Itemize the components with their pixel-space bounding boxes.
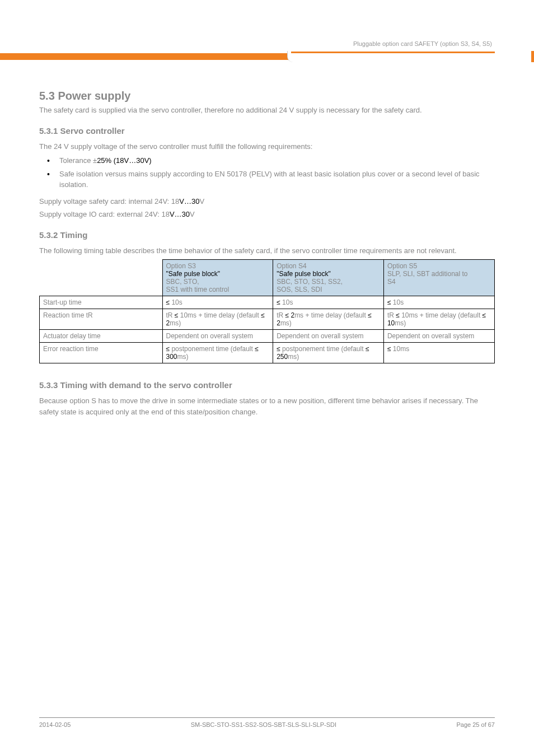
- row-label: Start-up time: [40, 296, 163, 309]
- subsection-532-text: The following timing table describes the…: [39, 245, 495, 256]
- table-header-s4: Option S4 "Safe pulse block" SBC, STO, S…: [273, 260, 384, 296]
- table-row: Reaction time tR tR ≤ 10ms + time delay …: [40, 309, 495, 330]
- table-header-empty: [40, 260, 163, 296]
- cell: ≤ 10s: [162, 296, 273, 309]
- cell: Dependent on overall system: [162, 330, 273, 343]
- th-label: Option S3: [166, 262, 196, 270]
- note-line-2: Supply voltage IO card: external 24V: 18…: [39, 209, 495, 220]
- th-label: SS1 with time control: [166, 286, 229, 293]
- subsection-531-title: 5.3.1 Servo controller: [39, 126, 495, 136]
- footer-date: 2014-02-05: [39, 721, 71, 728]
- th-label: Option S4: [277, 262, 306, 270]
- subsection-532-title: 5.3.2 Timing: [39, 230, 495, 240]
- bullet-black-1: 25% (18V…30V): [97, 156, 152, 165]
- header-subtitle: Pluggable option card SAFETY (option S3,…: [353, 40, 492, 47]
- row-label: Error reaction time: [40, 343, 163, 363]
- table-row: Actuator delay time Dependent on overall…: [40, 330, 495, 343]
- row-label: Actuator delay time: [40, 330, 163, 343]
- bullet-text-1: Tolerance ±: [59, 156, 97, 165]
- cell: ≤ postponement time (default ≤ 300ms): [162, 343, 273, 363]
- footer-center: SM-SBC-STO-SS1-SS2-SOS-SBT-SLS-SLI-SLP-S…: [191, 721, 336, 728]
- th-label: SBC, STO,: [166, 278, 199, 286]
- cell: ≤ 10ms: [383, 343, 494, 363]
- cell: tR ≤ 10ms + time delay (default ≤ 2ms): [162, 309, 273, 330]
- subsection-533-text: Because option S has to move the drive i…: [39, 395, 495, 417]
- table-header-s5: Option S5 SLP, SLI, SBT additional to S4: [383, 260, 494, 296]
- th-black: "Safe pulse block": [166, 270, 221, 278]
- cell: tR ≤ 10ms + time delay (default ≤ 10ms): [383, 309, 494, 330]
- subsection-533-title: 5.3.3 Timing with demand to the servo co…: [39, 380, 495, 390]
- row-label: Reaction time tR: [40, 309, 163, 330]
- subsection-531-text: The 24 V supply voltage of the servo con…: [39, 141, 495, 152]
- table-row: Start-up time ≤ 10s ≤ 10s ≤ 10s: [40, 296, 495, 309]
- section-title-text: Power supply: [58, 90, 130, 102]
- para-intro: The safety card is supplied via the serv…: [39, 105, 495, 116]
- page-footer: 2014-02-05 SM-SBC-STO-SS1-SS2-SOS-SBT-SL…: [39, 717, 495, 728]
- cell: ≤ 10s: [273, 296, 384, 309]
- th-label: SBC, STO, SS1, SS2,: [277, 278, 343, 286]
- table-header-s3: Option S3 "Safe pulse block" SBC, STO, S…: [162, 260, 273, 296]
- table-row: Error reaction time ≤ postponement time …: [40, 343, 495, 363]
- footer-page: Page 25 of 67: [456, 721, 495, 728]
- note-line-1: Supply voltage safety card: internal 24V…: [39, 196, 495, 207]
- cell: tR ≤ 2ms + time delay (default ≤ 2ms): [273, 309, 384, 330]
- cell: Dependent on overall system: [383, 330, 494, 343]
- section-number: 5.3: [39, 90, 55, 102]
- list-item: Tolerance ±25% (18V…30V): [47, 155, 495, 166]
- th-label: SOS, SLS, SDI: [277, 286, 322, 293]
- th-label: SLP, SLI, SBT additional to: [387, 270, 468, 278]
- th-label: S4: [387, 278, 396, 286]
- cell: Dependent on overall system: [273, 330, 384, 343]
- th-black: "Safe pulse block": [277, 270, 331, 278]
- cell: ≤ 10s: [383, 296, 494, 309]
- cell: ≤ postponement time (default ≤ 250ms): [273, 343, 384, 363]
- bullet-list: Tolerance ±25% (18V…30V) Safe isolation …: [39, 155, 495, 190]
- section-heading: 5.3 Power supply: [39, 90, 495, 102]
- th-label: Option S5: [387, 262, 417, 270]
- list-item: Safe isolation versus mains supply accor…: [47, 169, 495, 190]
- timing-table: Option S3 "Safe pulse block" SBC, STO, S…: [39, 259, 495, 363]
